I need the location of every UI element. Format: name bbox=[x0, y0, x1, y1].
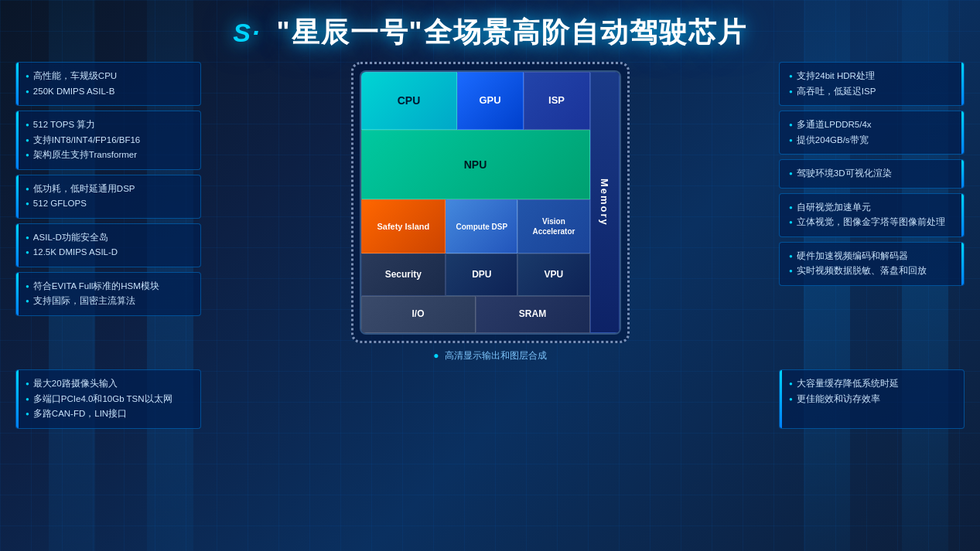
right-panel: 支持24bit HDR处理 高吞吐，低延迟ISP 多通道LPDDR5/4x 提供… bbox=[779, 62, 965, 286]
chip-npu-block: NPU bbox=[361, 130, 590, 199]
right-info-line: 立体视觉，图像金字塔等图像前处理 bbox=[789, 215, 954, 230]
right-info-box-3: 驾驶环境3D可视化渲染 bbox=[779, 159, 965, 189]
bottom-left-line: 多端口PCIe4.0和10Gb TSN以太网 bbox=[26, 392, 191, 407]
bottom-row: 最大20路摄像头输入 多端口PCIe4.0和10Gb TSN以太网 多路CAN-… bbox=[0, 366, 980, 429]
safety-island-label: Safety Island bbox=[377, 221, 429, 232]
gpu-label: GPU bbox=[479, 94, 500, 107]
chip-top-row: CPU GPU ISP bbox=[361, 72, 590, 130]
title-area: S· "星辰一号"全场景高阶自动驾驶芯片 bbox=[0, 0, 980, 58]
bottom-right-box: 大容量缓存降低系统时延 更佳能效和访存效率 bbox=[779, 369, 965, 429]
memory-label: Memory bbox=[599, 179, 610, 226]
compute-dsp-label: Compute DSP bbox=[456, 222, 507, 232]
right-info-line: 多通道LPDDR5/4x bbox=[789, 117, 954, 133]
left-info-line: 架构原生支持Transformer bbox=[26, 148, 191, 163]
chip-dpu-block: DPU bbox=[446, 253, 517, 296]
bottom-center-text: 高清显示输出和图层合成 bbox=[445, 350, 547, 361]
left-info-line: 支持国际，国密主流算法 bbox=[26, 294, 191, 309]
left-info-line: ASIL-D功能安全岛 bbox=[26, 230, 191, 246]
title-text-content: "星辰一号"全场景高阶自动驾驶芯片 bbox=[277, 16, 747, 48]
isp-label: ISP bbox=[548, 94, 565, 107]
chip-io-row: I/O SRAM bbox=[361, 296, 590, 333]
right-info-line: 高吞吐，低延迟ISP bbox=[789, 84, 954, 100]
left-info-line: 250K DMIPS ASIL-B bbox=[26, 84, 191, 100]
chip-row-1: CPU GPU ISP bbox=[361, 72, 620, 333]
chip-outer-border: CPU GPU ISP bbox=[351, 62, 630, 343]
chip-compute-dsp-block: Compute DSP bbox=[446, 199, 517, 253]
chip-safety-row: Safety Island Compute DSP Vision Acceler… bbox=[361, 199, 590, 253]
chip-npu-row: NPU bbox=[361, 130, 590, 199]
left-info-box-4: ASIL-D功能安全岛 12.5K DMIPS ASIL-D bbox=[15, 223, 201, 267]
bottom-left-line: 多路CAN-FD，LIN接口 bbox=[26, 406, 191, 422]
chip-memory-block: Memory bbox=[590, 72, 620, 333]
bottom-left-box: 最大20路摄像头输入 多端口PCIe4.0和10Gb TSN以太网 多路CAN-… bbox=[15, 369, 201, 429]
bottom-center-area bbox=[201, 369, 779, 429]
left-info-line: 低功耗，低时延通用DSP bbox=[26, 182, 191, 197]
chip-safety-block: Safety Island bbox=[361, 199, 446, 253]
left-info-box-1: 高性能，车规级CPU 250K DMIPS ASIL-B bbox=[15, 62, 201, 106]
right-info-box-2: 多通道LPDDR5/4x 提供204GB/s带宽 bbox=[779, 111, 965, 155]
bottom-left-line: 最大20路摄像头输入 bbox=[26, 376, 191, 392]
dpu-label: DPU bbox=[472, 269, 491, 281]
left-info-line: 512 GFLOPS bbox=[26, 196, 191, 212]
npu-label: NPU bbox=[464, 158, 487, 172]
chip-vision-acc-block: Vision Accelerator bbox=[517, 199, 589, 253]
chip-security-block: Security bbox=[361, 253, 446, 296]
left-info-line: 12.5K DMIPS ASIL-D bbox=[26, 245, 191, 260]
right-info-box-5: 硬件加速视频编码和解码器 实时视频数据脱敏、落盘和回放 bbox=[779, 242, 965, 286]
main-layout: 高性能，车规级CPU 250K DMIPS ASIL-B 512 TOPS 算力… bbox=[0, 58, 980, 366]
page-title: S· "星辰一号"全场景高阶自动驾驶芯片 bbox=[233, 16, 746, 48]
left-panel: 高性能，车规级CPU 250K DMIPS ASIL-B 512 TOPS 算力… bbox=[15, 62, 201, 316]
right-info-line: 提供204GB/s带宽 bbox=[789, 133, 954, 148]
logo-icon: S· bbox=[233, 18, 261, 47]
left-info-box-2: 512 TOPS 算力 支持INT8/INT4/FP16/BF16 架构原生支持… bbox=[15, 111, 201, 170]
right-info-line: 支持24bit HDR处理 bbox=[789, 69, 954, 84]
right-info-box-1: 支持24bit HDR处理 高吞吐，低延迟ISP bbox=[779, 62, 965, 106]
sram-label: SRAM bbox=[519, 308, 546, 321]
chip-wrapper: CPU GPU ISP bbox=[351, 62, 630, 343]
left-info-line: 符合EVITA Full标准的HSM模块 bbox=[26, 279, 191, 294]
chip-vpu-block: VPU bbox=[517, 253, 589, 296]
right-info-line: 自研视觉加速单元 bbox=[789, 200, 954, 216]
left-info-line: 支持INT8/INT4/FP16/BF16 bbox=[26, 133, 191, 148]
chip-inner: CPU GPU ISP bbox=[360, 70, 621, 335]
chip-cpu-block: CPU bbox=[361, 72, 457, 130]
left-info-line: 高性能，车规级CPU bbox=[26, 69, 191, 84]
right-info-box-4: 自研视觉加速单元 立体视觉，图像金字塔等图像前处理 bbox=[779, 193, 965, 237]
vpu-label: VPU bbox=[545, 269, 564, 281]
chip-sram-block: SRAM bbox=[476, 296, 590, 333]
security-label: Security bbox=[385, 269, 422, 281]
right-info-line: 硬件加速视频编码和解码器 bbox=[789, 249, 954, 264]
io-label: I/O bbox=[411, 308, 424, 321]
right-info-line: 驾驶环境3D可视化渲染 bbox=[789, 166, 954, 182]
chip-area: CPU GPU ISP bbox=[209, 62, 771, 362]
chip-io-block: I/O bbox=[361, 296, 476, 333]
right-info-line: 实时视频数据脱敏、落盘和回放 bbox=[789, 264, 954, 279]
bottom-right-line: 更佳能效和访存效率 bbox=[789, 392, 954, 407]
chip-isp-block: ISP bbox=[524, 72, 590, 130]
left-info-line: 512 TOPS 算力 bbox=[26, 117, 191, 133]
cpu-label: CPU bbox=[398, 94, 421, 107]
bottom-center-caption: 高清显示输出和图层合成 bbox=[433, 349, 547, 362]
left-info-box-3: 低功耗，低时延通用DSP 512 GFLOPS bbox=[15, 175, 201, 219]
vision-acc-label: Vision Accelerator bbox=[521, 216, 586, 236]
bottom-right-line: 大容量缓存降低系统时延 bbox=[789, 376, 954, 392]
chip-security-row: Security DPU VPU bbox=[361, 253, 590, 296]
left-info-box-5: 符合EVITA Full标准的HSM模块 支持国际，国密主流算法 bbox=[15, 272, 201, 316]
chip-gpu-block: GPU bbox=[457, 72, 524, 130]
